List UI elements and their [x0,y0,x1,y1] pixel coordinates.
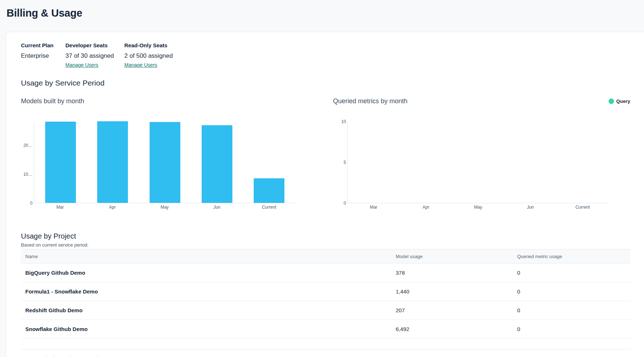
project-name-cell: Redshift Github Demo [21,301,391,320]
developer-seats-label: Developer Seats [65,42,124,49]
project-name-cell: BigQuery Github Demo [21,264,391,282]
y-axis-label: 0 [344,200,346,206]
bar-jun[interactable] [505,122,557,203]
bar-rect [150,122,180,203]
column-header-queried-metric-usage: Queried metric usage [513,249,630,264]
readonly-seats-column: Read-Only Seats 2 of 500 assigned Manage… [124,42,173,68]
usage-section-heading: Usage by Service Period [21,78,630,88]
bar-apr[interactable] [86,122,138,203]
x-axis-label: Jun [191,205,243,210]
queried-metric-usage-cell: 0 [513,301,630,320]
x-axis-label: Current [243,205,295,210]
usage-by-project-subheading: Based on current service period. [21,242,630,248]
current-plan-label: Current Plan [21,42,65,49]
x-axis-label: Apr [86,205,139,210]
bar-rect [202,125,232,203]
y-axis: 0510 [333,122,347,203]
current-plan-column: Current Plan Enterprise [21,42,65,68]
queried-metric-usage-cell: 0 [513,264,630,282]
x-axis: MarAprMayJunCurrent [34,205,295,210]
table-row: Formula1 - Snowflake Demo1,4400 [21,282,630,301]
legend-item-query[interactable]: Query [609,99,630,104]
chart-title: Models built by month [21,97,84,105]
x-axis-label: Apr [400,205,452,210]
readonly-seats-label: Read-Only Seats [124,42,173,49]
developer-seats-value: 37 of 30 assigned [65,52,124,60]
bar-mar[interactable] [348,122,400,203]
usage-table: Name Model usage Queried metric usage Bi… [21,249,630,349]
y-axis-label: 10… [23,171,33,177]
model-usage-cell: 378 [391,264,513,282]
x-axis-label: Current [557,205,609,210]
x-axis-label: Jun [504,205,557,210]
model-usage-cell: 6,492 [391,320,513,339]
y-axis-label: 0 [30,200,33,206]
usage-footnote: Usage totals shown above are estimates [21,356,630,357]
queried-metric-usage-cell: 0 [513,320,630,339]
x-axis-label: Mar [34,205,86,210]
charts-row: Models built by month 010…20… MarAprMayJ… [21,97,630,210]
table-row: Redshift Github Demo2070 [21,301,630,320]
x-axis-label: May [138,205,191,210]
model-usage-cell: 1,440 [391,282,513,301]
developer-manage-users-link[interactable]: Manage Users [65,62,98,68]
bar-rect [97,121,128,203]
plot-area [34,122,295,203]
readonly-seats-value: 2 of 500 assigned [124,52,173,60]
usage-table-body: BigQuery Github Demo3780Formula1 - Snowf… [21,264,630,349]
page-header: Billing & Usage [0,0,644,32]
billing-card: Current Plan Enterprise Developer Seats … [6,32,644,357]
bar-rect [45,122,76,203]
bar-rect [254,178,284,203]
bar-mar[interactable] [34,122,86,203]
table-footer-row [21,339,630,349]
bar-apr[interactable] [400,122,452,203]
column-header-name: Name [21,249,391,264]
project-name-cell: Snowflake Github Demo [21,320,391,339]
plan-summary: Current Plan Enterprise Developer Seats … [21,42,630,68]
x-axis: MarAprMayJunCurrent [347,205,609,210]
bar-may[interactable] [139,122,191,203]
model-usage-cell: 207 [391,301,513,320]
table-header-row: Name Model usage Queried metric usage [21,249,630,264]
readonly-manage-users-link[interactable]: Manage Users [124,62,157,68]
bar-may[interactable] [452,122,504,203]
y-axis: 010…20… [21,122,34,203]
column-header-model-usage: Model usage [391,249,513,264]
queried-metrics-chart: Queried metrics by month Query 0510 MarA… [333,97,630,210]
table-row: Snowflake Github Demo6,4920 [21,320,630,339]
page-title: Billing & Usage [7,7,644,19]
queried-metric-usage-cell: 0 [513,282,630,301]
current-plan-value: Enterprise [21,52,65,60]
bar-current[interactable] [243,122,295,203]
developer-seats-column: Developer Seats 37 of 30 assigned Manage… [65,42,124,68]
y-axis-label: 20… [23,143,33,148]
bar-current[interactable] [557,122,609,203]
x-axis-label: May [452,205,505,210]
project-name-cell: Formula1 - Snowflake Demo [21,282,391,301]
legend-dot-icon [609,99,614,104]
x-axis-label: Mar [347,205,400,210]
plot-area [347,122,609,203]
table-row: BigQuery Github Demo3780 [21,264,630,282]
usage-by-project-heading: Usage by Project [21,232,630,241]
y-axis-label: 10 [341,119,346,125]
models-built-chart: Models built by month 010…20… MarAprMayJ… [21,97,333,210]
bar-jun[interactable] [191,122,243,203]
chart-title: Queried metrics by month [333,97,407,105]
legend-label: Query [616,99,630,104]
y-axis-label: 5 [344,160,346,165]
